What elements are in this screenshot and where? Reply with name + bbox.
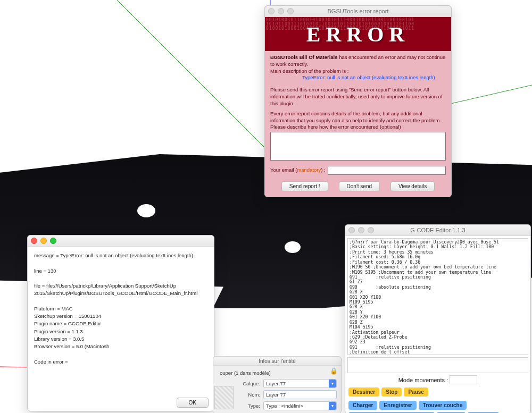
send-report-button[interactable]: Send report ! bbox=[281, 181, 328, 191]
error-main-desc-label: Main description of the problem is : bbox=[270, 68, 446, 75]
minimize-icon[interactable] bbox=[278, 8, 284, 14]
component-thumbnail bbox=[214, 386, 234, 409]
error-banner: 0010100101100010100101011100010010110011… bbox=[265, 17, 451, 51]
error-describe-label: Please describe here how the error encou… bbox=[270, 124, 446, 131]
chevron-down-icon: ▾ bbox=[329, 402, 336, 410]
error-additional-info: Every error report contains details of t… bbox=[270, 111, 446, 124]
charger-button[interactable]: Charger bbox=[348, 401, 377, 410]
gcode-textarea[interactable]: ;G?n?r? par Cura-by-Dagoma pour Discover… bbox=[347, 238, 528, 355]
window-titlebar[interactable]: G-CODE Editor 1.1.3 bbox=[345, 225, 530, 236]
zoom-icon[interactable] bbox=[368, 227, 374, 233]
calque-label: Calque: bbox=[239, 381, 260, 386]
nom-field[interactable]: Layer 77 bbox=[263, 390, 337, 399]
email-field[interactable] bbox=[328, 166, 446, 175]
trouver-couche-button[interactable]: Trouver couche bbox=[419, 401, 467, 410]
view-details-button[interactable]: View details bbox=[390, 181, 435, 191]
log-window: message = TypeError: null is not an obje… bbox=[27, 235, 214, 411]
enregistrer-button[interactable]: Enregistrer bbox=[379, 401, 416, 410]
lock-icon[interactable]: 🔒 bbox=[330, 367, 338, 375]
panel-titlebar[interactable]: Infos sur l'entité bbox=[213, 357, 341, 366]
email-label: Your email (mandatory) : bbox=[270, 167, 326, 174]
mode-movements-label: Mode movements : bbox=[398, 377, 448, 383]
close-icon[interactable] bbox=[31, 238, 37, 244]
pause-button[interactable]: Pause bbox=[404, 387, 428, 397]
error-report-window: BGSUTools error report 00101001011000101… bbox=[264, 5, 452, 197]
gcode-command-input[interactable] bbox=[347, 357, 528, 373]
panel-title: Infos sur l'entité bbox=[213, 358, 341, 364]
type-label: Type: bbox=[239, 403, 260, 409]
svg-line-1 bbox=[117, 0, 266, 149]
model-hole bbox=[285, 241, 301, 253]
close-icon[interactable] bbox=[268, 8, 275, 14]
stop-button[interactable]: Stop bbox=[381, 387, 402, 397]
error-type: TypeError: null is not an object (evalua… bbox=[270, 74, 446, 81]
nom-label: Nom: bbox=[239, 392, 260, 398]
error-description-textarea[interactable] bbox=[270, 132, 446, 161]
dessiner-button[interactable]: Dessiner bbox=[348, 387, 379, 397]
model-hole bbox=[137, 204, 155, 217]
window-titlebar[interactable] bbox=[28, 235, 214, 247]
gcode-editor-window: G-CODE Editor 1.1.3 ;G?n?r? par Cura-by-… bbox=[345, 224, 531, 413]
entity-info-panel: Infos sur l'entité ouper (1 dans modèle)… bbox=[213, 356, 342, 413]
entity-header: ouper (1 dans modèle) bbox=[218, 369, 337, 379]
close-icon[interactable] bbox=[348, 227, 355, 233]
minimize-icon[interactable] bbox=[358, 227, 364, 233]
dont-send-button[interactable]: Don't send bbox=[339, 181, 380, 191]
log-text: message = TypeError: null is not an obje… bbox=[28, 247, 214, 371]
window-titlebar[interactable]: BGSUTools error report bbox=[265, 6, 451, 17]
chevron-down-icon: ▾ bbox=[329, 380, 336, 387]
ok-button[interactable]: OK bbox=[177, 398, 209, 408]
minimize-icon[interactable] bbox=[40, 238, 47, 244]
error-intro: BGSUTools Bill Of Materials has encounte… bbox=[270, 54, 446, 68]
zoom-icon[interactable] bbox=[50, 238, 56, 244]
type-select[interactable]: Type : <indéfini>▾ bbox=[263, 401, 337, 410]
calque-select[interactable]: Layer:77▾ bbox=[263, 379, 337, 388]
error-banner-text: ERROR bbox=[265, 17, 451, 51]
mode-movements-input[interactable] bbox=[450, 375, 477, 384]
error-send-info: Please send this error report using "Sen… bbox=[270, 87, 446, 107]
zoom-icon[interactable] bbox=[287, 8, 294, 14]
